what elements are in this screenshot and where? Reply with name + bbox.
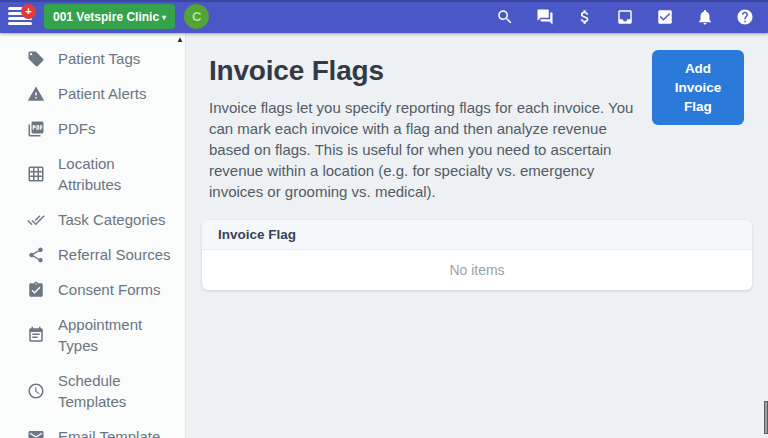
clock-icon: [27, 382, 45, 400]
page-title: Invoice Flags: [209, 55, 640, 87]
clipboard-check-icon: [27, 281, 45, 299]
add-invoice-flag-button[interactable]: Add Invoice Flag: [652, 50, 744, 125]
page-header: Invoice Flags Invoice flags let you spec…: [202, 49, 752, 202]
sidebar-item-patient-tags[interactable]: Patient Tags: [0, 41, 185, 76]
clinic-selector-button[interactable]: 001 Vetspire Clinic ▾: [44, 4, 175, 29]
sidebar-item-appointment-types[interactable]: Appointment Types: [0, 307, 185, 363]
topbar-icon-group: [496, 8, 754, 26]
page-description: Invoice flags let you specify reporting …: [209, 97, 640, 202]
sidebar-item-label: Task Categories: [58, 209, 166, 230]
scroll-up-arrow[interactable]: ▲: [176, 36, 184, 44]
envelope-icon: [27, 428, 45, 438]
share-icon: [27, 246, 45, 264]
sidebar-item-patient-alerts[interactable]: Patient Alerts: [0, 76, 185, 111]
pdf-icon: [27, 120, 45, 138]
vetspire-logo: +: [8, 6, 35, 27]
billing-dollar-icon[interactable]: [576, 8, 594, 26]
inbox-icon[interactable]: [616, 8, 634, 26]
page-body: ▲ Patient Tags Patient Alerts PDFs Locat…: [0, 33, 768, 438]
sidebar-item-label: Patient Tags: [58, 48, 140, 69]
sidebar-item-referral-sources[interactable]: Referral Sources: [0, 237, 185, 272]
logo-stripe: [8, 22, 32, 25]
sidebar-item-label: Appointment Types: [58, 314, 175, 356]
sidebar-item-label: Patient Alerts: [58, 83, 146, 104]
invoice-flags-table: Invoice Flag No items: [202, 220, 752, 290]
logo-medical-cross: +: [21, 4, 36, 19]
sidebar-item-email-template[interactable]: Email Template: [0, 419, 185, 438]
clinic-selector-label: 001 Vetspire Clinic: [53, 10, 159, 24]
sidebar-item-schedule-templates[interactable]: Schedule Templates: [0, 363, 185, 419]
sidebar-item-label: Schedule Templates: [58, 370, 175, 412]
sidebar-item-label: Referral Sources: [58, 244, 171, 265]
table-header-invoice-flag: Invoice Flag: [202, 220, 752, 250]
user-avatar[interactable]: C: [184, 4, 209, 29]
sidebar-item-consent-forms[interactable]: Consent Forms: [0, 272, 185, 307]
sidebar-item-task-categories[interactable]: Task Categories: [0, 202, 185, 237]
tasks-checkbox-icon[interactable]: [656, 8, 674, 26]
notifications-bell-icon[interactable]: [696, 8, 714, 26]
main-content: Invoice Flags Invoice flags let you spec…: [186, 33, 768, 438]
sidebar-item-label: Consent Forms: [58, 279, 161, 300]
grid-icon: [27, 165, 45, 183]
window-scrollbar-thumb[interactable]: [764, 401, 768, 434]
sidebar-item-pdfs[interactable]: PDFs: [0, 111, 185, 146]
top-navigation-bar: + 001 Vetspire Clinic ▾ C: [0, 0, 768, 33]
sidebar-item-label: Location Attributes: [58, 153, 175, 195]
sidebar-item-location-attributes[interactable]: Location Attributes: [0, 146, 185, 202]
sidebar-item-label: Email Template: [58, 426, 160, 438]
calendar-icon: [27, 326, 45, 344]
sidebar-item-label: PDFs: [58, 118, 96, 139]
chat-icon[interactable]: [536, 8, 554, 26]
help-icon[interactable]: [736, 8, 754, 26]
tag-icon: [27, 50, 45, 68]
page-header-text: Invoice Flags Invoice flags let you spec…: [209, 49, 640, 202]
settings-sidebar: ▲ Patient Tags Patient Alerts PDFs Locat…: [0, 33, 186, 438]
chevron-down-icon: ▾: [162, 13, 166, 22]
double-check-icon: [27, 211, 45, 229]
search-icon[interactable]: [496, 8, 514, 26]
table-empty-state: No items: [202, 250, 752, 290]
warning-icon: [27, 85, 45, 103]
